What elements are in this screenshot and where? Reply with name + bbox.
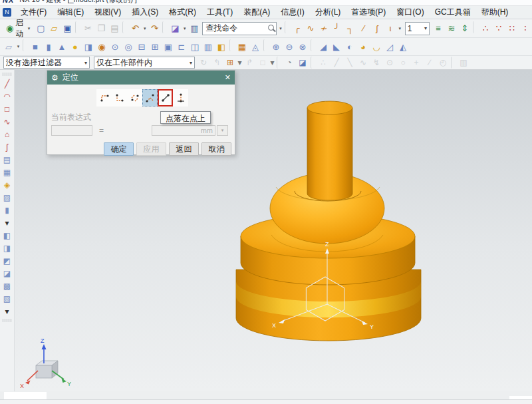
bottom-toolbar-icon[interactable]: ▪ <box>7 400 15 404</box>
start-button[interactable]: ◉ 启动 ▾ <box>2 21 34 36</box>
close-icon[interactable]: ✕ <box>225 73 231 82</box>
menu-item-5[interactable]: 工具(T) <box>201 5 238 19</box>
slot-icon[interactable]: ⊏ <box>175 39 188 54</box>
offset-surface-icon[interactable]: ◪ <box>1 267 14 280</box>
menu-item-10[interactable]: 窗口(O) <box>391 5 429 19</box>
sync-more-dropdown[interactable]: ▾ <box>397 21 403 36</box>
bottom-toolbar-icon[interactable]: ▪ <box>76 400 84 404</box>
delete-face-icon[interactable]: ∕ <box>357 21 370 36</box>
datum-csys-icon[interactable]: ◈ <box>1 178 14 191</box>
pad-icon[interactable]: ⊞ <box>148 39 162 54</box>
wcs-display-icon[interactable]: ∶ <box>519 21 532 36</box>
copy-icon[interactable]: ❐ <box>94 21 108 36</box>
split-body-icon[interactable]: ◣ <box>330 39 343 54</box>
shaded-ball-icon[interactable]: ◔ <box>283 57 296 69</box>
work-layer-combo[interactable]: 1 ▾ <box>405 22 430 35</box>
perpendicular-constraint-button[interactable] <box>142 89 158 106</box>
back-button[interactable]: 返回 <box>169 142 199 156</box>
edge-blend-icon[interactable]: ◡ <box>370 39 383 54</box>
selection-filter-combo[interactable]: 没有选择过滤器 ▾ <box>3 57 90 69</box>
expression-value-field[interactable]: mm <box>152 125 215 136</box>
bottom-toolbar-icon[interactable]: ▪ <box>249 400 257 404</box>
line-icon[interactable]: ╱ <box>1 77 14 90</box>
rect-dropdown[interactable]: ▾ <box>269 57 275 69</box>
cone-icon[interactable]: ▲ <box>55 39 68 54</box>
rectangle-select-icon[interactable]: □ <box>256 57 269 69</box>
undo-dropdown[interactable]: ▾ <box>142 21 148 36</box>
layer-category-icon[interactable]: ⇕ <box>458 21 471 36</box>
lasso-icon[interactable]: ↱ <box>243 57 256 69</box>
n-sided-surface-icon[interactable]: ◧ <box>1 229 14 242</box>
bottom-toolbar-icon[interactable]: ▪ <box>128 400 136 404</box>
part-navigator-icon[interactable]: ▥ <box>457 57 470 69</box>
parallel-constraint-button[interactable] <box>127 89 142 106</box>
rectangle-icon[interactable]: □ <box>1 102 14 115</box>
snap-arc-center-icon[interactable]: ⊙ <box>383 57 396 69</box>
bounded-plane-icon[interactable]: ▧ <box>1 292 14 305</box>
replace-face-icon[interactable]: ╯ <box>331 21 344 36</box>
interior-edges-icon[interactable]: ↰ <box>210 57 223 69</box>
trimmed-sheet-icon[interactable]: ▩ <box>1 280 14 292</box>
wcs-dynamics-icon[interactable]: ∴ <box>479 21 492 36</box>
snap-point-on-curve-icon[interactable]: ∕ <box>423 57 436 69</box>
helix-icon[interactable]: ʃ <box>1 140 14 153</box>
horizontal-constraint-button[interactable] <box>96 89 112 106</box>
menu-item-6[interactable]: 装配(A) <box>238 5 275 19</box>
arc-icon[interactable]: ◠ <box>1 90 14 102</box>
mirror-feature-icon[interactable]: ◬ <box>249 39 262 54</box>
bottom-toolbar-icon[interactable]: ▪ <box>41 400 49 404</box>
cancel-button[interactable]: 取消 <box>201 142 231 156</box>
studio-spline-icon[interactable]: ∿ <box>1 115 14 128</box>
bottom-toolbar-icon[interactable]: ▪ <box>59 400 66 404</box>
scale-body-icon[interactable]: ◕ <box>356 39 370 54</box>
ruled-surface-icon[interactable]: ▤ <box>1 153 14 166</box>
pull-face-icon[interactable]: ∿ <box>304 21 317 36</box>
search-dropdown-icon[interactable]: ▾ <box>278 26 283 31</box>
wcs-rotate-icon[interactable]: ∵ <box>492 21 505 36</box>
command-finder-icon[interactable]: ▥ <box>188 21 201 36</box>
menu-item-12[interactable]: 帮助(H) <box>476 5 514 19</box>
bottom-toolbar-icon[interactable]: ▪ <box>24 400 32 404</box>
groove-icon[interactable]: ◫ <box>188 39 201 54</box>
law-extension-icon[interactable]: ◩ <box>1 254 14 267</box>
snap-point-on-face-icon[interactable]: ◴ <box>436 57 450 69</box>
menu-item-7[interactable]: 信息(I) <box>275 5 309 19</box>
save-icon[interactable]: ▣ <box>61 21 74 36</box>
move-face-icon[interactable]: ╭ <box>291 21 304 36</box>
menu-item-9[interactable]: 首选项(P) <box>346 5 391 19</box>
sphere-icon[interactable]: ● <box>68 39 82 54</box>
wcs-orient-icon[interactable]: ∷ <box>505 21 519 36</box>
open-folder-icon[interactable]: ▱ <box>47 21 61 36</box>
menu-item-2[interactable]: 视图(V) <box>89 5 126 19</box>
hole-icon[interactable]: ⊙ <box>108 39 122 54</box>
block-icon[interactable]: ■ <box>29 39 42 54</box>
intersect-icon[interactable]: ⊗ <box>296 39 309 54</box>
bottom-toolbar-icon[interactable]: ▪ <box>110 400 118 404</box>
layer-settings-icon[interactable]: ≡ <box>432 21 445 36</box>
datum-plane-icon[interactable]: ▱ <box>2 39 15 54</box>
apply-button[interactable]: 应用 <box>136 142 166 156</box>
tube-icon[interactable]: ▮ <box>1 204 14 216</box>
snap-quadrant-icon[interactable]: ○ <box>396 57 410 69</box>
layer-visible-in-view-icon[interactable]: ≋ <box>445 21 458 36</box>
cut-icon[interactable]: ✂ <box>81 21 94 36</box>
bottom-toolbar-icon[interactable]: ▪ <box>93 400 101 404</box>
thread-icon[interactable]: ▥ <box>201 39 215 54</box>
touch-mode-icon[interactable]: ◪ <box>168 21 182 36</box>
work-part-box-icon[interactable]: ◪ <box>296 57 309 69</box>
bottom-toolbar-icon[interactable]: ▪ <box>335 400 343 404</box>
make-coplanar-icon[interactable]: ʃ <box>370 21 384 36</box>
snap-pole-icon[interactable]: ∿ <box>356 57 370 69</box>
datum-plane-dropdown[interactable]: ▾ <box>15 39 21 54</box>
selection-scope-combo[interactable]: 仅在工作部件内 ▾ <box>94 57 195 69</box>
make-symmetric-icon[interactable]: ι <box>384 21 397 36</box>
menu-item-3[interactable]: 插入(S) <box>126 5 164 19</box>
menu-item-8[interactable]: 分析(L) <box>310 5 346 19</box>
unit-dropdown[interactable]: ▾ <box>217 125 228 136</box>
vertical-constraint-button[interactable] <box>112 89 127 106</box>
shell-icon[interactable]: ◧ <box>215 39 228 54</box>
snap-midpoint-icon[interactable]: ╲ <box>343 57 356 69</box>
menu-item-1[interactable]: 编辑(E) <box>52 5 89 19</box>
draft-icon[interactable]: ◭ <box>396 39 410 54</box>
pocket-icon[interactable]: ⊟ <box>135 39 148 54</box>
